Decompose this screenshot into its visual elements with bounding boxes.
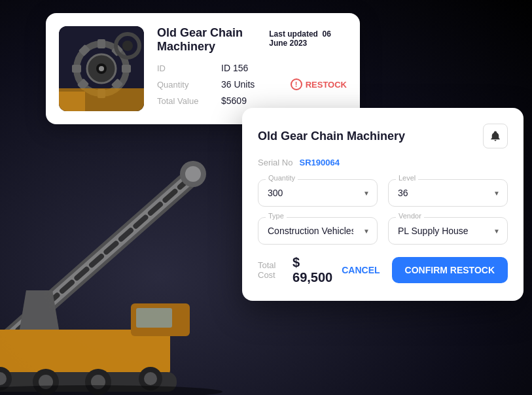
svg-point-20 (0, 385, 222, 395)
modal-header: Old Gear Chain Machinery (258, 124, 508, 148)
quantity-level-row: Quantity 300 100 200 400 500 ▼ Level 36 … (258, 179, 508, 207)
restock-modal: Old Gear Chain Machinery Serial No SR190… (242, 108, 523, 301)
confirm-restock-button[interactable]: CONFIRM RESTOCK (392, 257, 508, 283)
svg-rect-24 (98, 39, 105, 48)
total-value: $5609 (221, 95, 247, 106)
level-field-label: Level (396, 174, 418, 182)
action-buttons: CANCEL CONFIRM RESTOCK (332, 257, 508, 283)
svg-point-33 (99, 66, 104, 71)
quantity-row: Quantity 36 Units ! RESTOCK (157, 78, 347, 90)
card-title-row: Old Gear Chain Machinery Last updated 06… (157, 26, 347, 54)
svg-point-19 (185, 166, 201, 182)
cancel-button[interactable]: CANCEL (332, 258, 389, 282)
restock-label: RESTOCK (306, 80, 347, 90)
level-select[interactable]: 36 10 20 50 (388, 179, 508, 207)
total-value-row: Total Value $5609 (157, 95, 347, 106)
restock-badge: ! RESTOCK (291, 78, 347, 90)
total-value-label: Total Value (157, 96, 216, 106)
level-select-wrapper: 36 10 20 50 ▼ (388, 179, 508, 207)
quantity-value: 36 Units (221, 79, 255, 90)
quantity-group: Quantity 300 100 200 400 500 ▼ (258, 179, 378, 207)
serial-value: SR190064 (299, 158, 339, 167)
vendor-field-label: Vendor (396, 212, 424, 220)
last-updated: Last updated 06 June 2023 (269, 29, 347, 48)
id-label: ID (157, 63, 216, 73)
vendor-select-wrapper: PL Supply House Other Vendor ▼ (388, 217, 508, 245)
machinery-image (59, 26, 144, 111)
vendor-select[interactable]: PL Supply House Other Vendor (388, 217, 508, 245)
type-group: Type Construction Vehicles Heavy Machine… (258, 217, 378, 245)
type-field-label: Type (266, 212, 287, 220)
total-cost-section: Total Cost $ 69,500 (258, 255, 332, 285)
restock-warning-icon: ! (291, 78, 302, 90)
modal-title: Old Gear Chain Machinery (258, 129, 405, 143)
total-cost-value: $ 69,500 (293, 255, 332, 285)
type-select[interactable]: Construction Vehicles Heavy Machinery In… (258, 217, 378, 245)
quantity-select-wrapper: 300 100 200 400 500 ▼ (258, 179, 378, 207)
notification-button[interactable] (483, 124, 508, 148)
level-group: Level 36 10 20 50 ▼ (388, 179, 508, 207)
quantity-field-label: Quantity (266, 174, 298, 182)
bell-icon (489, 130, 501, 142)
modal-footer: Total Cost $ 69,500 CANCEL CONFIRM RESTO… (258, 255, 508, 285)
card-info-section: Old Gear Chain Machinery Last updated 06… (157, 26, 347, 111)
id-row: ID ID 156 (157, 63, 347, 73)
type-vendor-row: Type Construction Vehicles Heavy Machine… (258, 217, 508, 245)
svg-rect-26 (72, 65, 81, 73)
total-cost-label: Total Cost (258, 260, 286, 280)
card-title: Old Gear Chain Machinery (157, 26, 269, 54)
svg-rect-27 (122, 65, 131, 73)
id-value: ID 156 (221, 63, 248, 73)
quantity-select[interactable]: 300 100 200 400 500 (258, 179, 378, 207)
type-select-wrapper: Construction Vehicles Heavy Machinery In… (258, 217, 378, 245)
serial-label: Serial No (258, 158, 293, 167)
svg-point-17 (144, 372, 157, 385)
vendor-group: Vendor PL Supply House Other Vendor ▼ (388, 217, 508, 245)
svg-point-37 (122, 41, 133, 51)
serial-row: Serial No SR190064 (258, 158, 508, 167)
quantity-label: Quantity (157, 80, 216, 90)
svg-rect-8 (136, 308, 172, 328)
svg-rect-35 (59, 92, 85, 111)
last-updated-label: Last updated (269, 29, 318, 39)
